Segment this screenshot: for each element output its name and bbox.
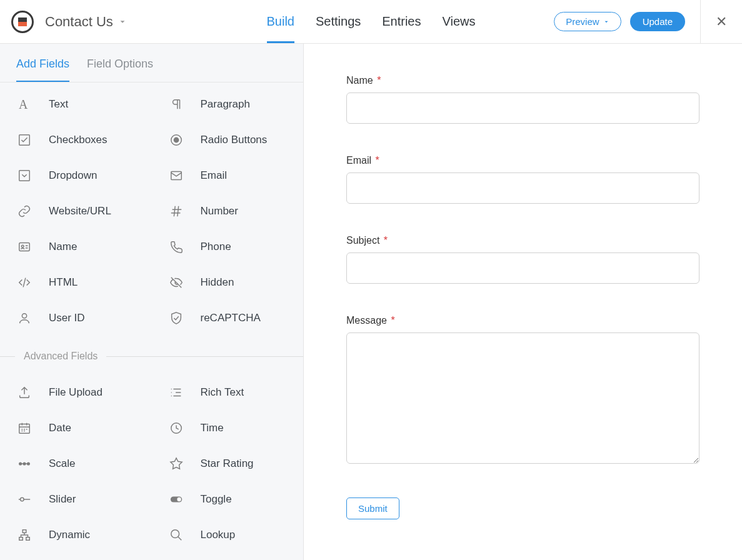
field-type-label: Dropdown [49,169,98,182]
form-field-name[interactable]: Name * [346,75,699,124]
field-type-website-url[interactable]: Website/URL [0,193,152,229]
scale-icon [15,454,34,473]
field-type-text[interactable]: AText [0,86,152,122]
close-icon: ✕ [716,14,727,29]
field-type-label: Website/URL [49,205,111,218]
radio-icon [167,131,186,149]
paragraph-icon [167,95,186,114]
email-input[interactable] [346,172,699,204]
email-icon [167,166,186,185]
field-type-label: Scale [49,458,76,470]
field-type-label: Email [201,169,228,182]
svg-point-8 [22,313,26,318]
form-title-dropdown[interactable]: Contact Us [45,14,127,30]
field-label: Message * [346,315,699,326]
required-asterisk: * [391,315,394,326]
user-icon [15,309,34,328]
required-asterisk: * [377,75,381,86]
subject-input[interactable] [346,252,699,284]
required-asterisk: * [375,155,379,166]
svg-rect-6 [19,242,30,251]
dropdown-icon [15,166,34,185]
field-type-hidden[interactable]: Hidden [152,264,304,300]
field-type-scale[interactable]: Scale [0,446,152,481]
field-type-label: Date [49,422,71,434]
close-button[interactable]: ✕ [712,14,731,30]
name-icon [15,238,34,256]
nav-tabs: Build Settings Entries Views [267,1,476,43]
upload-icon [15,383,34,402]
field-type-label: Slider [49,493,76,506]
text-icon: A [15,95,34,114]
caret-down-icon [603,16,609,27]
shield-icon [167,309,186,328]
field-type-label: Name [49,241,77,253]
field-type-label: Toggle [201,493,232,506]
svg-point-14 [21,498,24,501]
field-type-label: Rich Text [201,386,244,399]
field-type-file-upload[interactable]: File Upload [0,374,152,410]
field-type-html[interactable]: HTML [0,264,152,300]
svg-point-16 [177,497,181,501]
field-type-label: Radio Buttons [201,134,268,146]
update-button[interactable]: Update [630,12,685,31]
field-type-dropdown[interactable]: Dropdown [0,158,152,193]
field-type-email[interactable]: Email [152,158,304,193]
field-type-toggle[interactable]: Toggle [152,481,304,517]
field-type-star-rating[interactable]: Star Rating [152,446,304,481]
sidebar-tab-field-options[interactable]: Field Options [87,58,153,82]
advanced-fields-grid: File UploadRich TextDateTimeScaleStar Ra… [0,371,303,552]
field-type-name[interactable]: Name [0,229,152,264]
checkbox-icon [15,131,34,149]
logo-mark [18,18,27,26]
preview-button[interactable]: Preview [554,12,621,31]
message-input[interactable] [346,332,699,464]
form-field-subject[interactable]: Subject * [346,235,699,284]
hidden-icon [167,273,186,292]
dynamic-icon [15,526,34,544]
field-type-label: HTML [49,276,78,289]
svg-point-3 [174,138,178,142]
field-type-checkboxes[interactable]: Checkboxes [0,122,152,158]
name-input[interactable] [346,92,699,124]
form-field-message[interactable]: Message * [346,315,699,466]
advanced-section: Advanced Fields [0,336,303,371]
phone-icon [167,238,186,256]
field-type-label: Paragraph [201,98,250,111]
field-type-dynamic[interactable]: Dynamic [0,517,152,552]
field-type-slider[interactable]: Slider [0,481,152,517]
field-type-label: Text [49,98,68,111]
advanced-fields-title: Advanced Fields [24,351,98,362]
field-type-date[interactable]: Date [0,410,152,446]
field-type-recaptcha[interactable]: reCAPTCHA [152,300,304,336]
field-type-lookup[interactable]: Lookup [152,517,304,552]
tab-entries[interactable]: Entries [382,1,421,43]
field-type-label: File Upload [49,386,103,399]
field-type-number[interactable]: Number [152,193,304,229]
field-type-time[interactable]: Time [152,410,304,446]
svg-rect-18 [19,537,23,540]
header: Contact Us Build Settings Entries Views … [0,0,742,44]
tab-views[interactable]: Views [443,1,476,43]
date-icon [15,419,34,438]
field-type-radio-buttons[interactable]: Radio Buttons [152,122,304,158]
field-type-rich-text[interactable]: Rich Text [152,374,304,410]
richtext-icon [167,383,186,402]
slider-icon [15,490,34,509]
form-canvas: Name *Email *Subject *Message * Submit [304,44,742,560]
svg-point-20 [171,529,179,538]
svg-rect-19 [26,537,30,540]
field-type-label: Dynamic [49,529,90,541]
tab-settings[interactable]: Settings [316,1,361,43]
field-type-user-id[interactable]: User ID [0,300,152,336]
field-type-label: Star Rating [201,458,254,470]
form-field-email[interactable]: Email * [346,155,699,204]
field-type-paragraph[interactable]: Paragraph [152,86,304,122]
submit-button[interactable]: Submit [346,498,399,519]
svg-rect-5 [171,171,181,179]
sidebar-tab-add-fields[interactable]: Add Fields [16,58,69,82]
tab-build[interactable]: Build [267,1,294,43]
field-type-phone[interactable]: Phone [152,229,304,264]
lookup-icon [167,526,186,544]
sidebar-tabs: Add Fields Field Options [0,44,303,82]
